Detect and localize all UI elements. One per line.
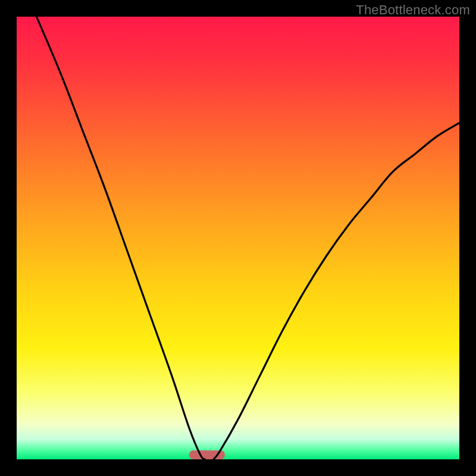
bottleneck-chart (0, 0, 476, 476)
watermark-text: TheBottleneck.com (356, 2, 470, 18)
plot-background (17, 17, 459, 459)
chart-frame: TheBottleneck.com (0, 0, 476, 476)
